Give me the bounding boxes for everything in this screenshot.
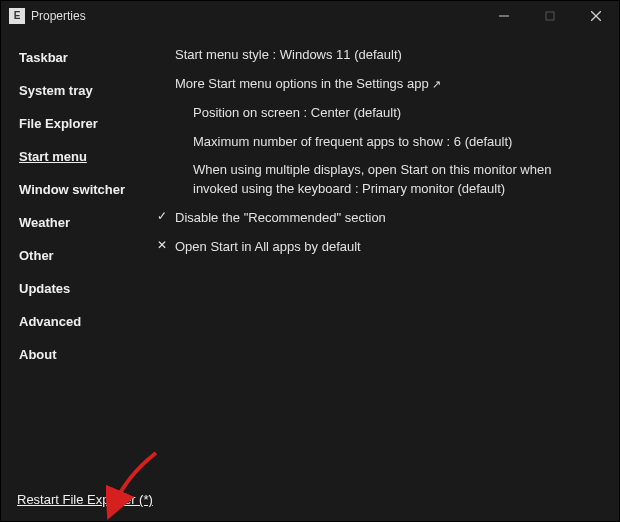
- setting-label: Maximum number of frequent apps to show …: [193, 133, 599, 152]
- setting-start-menu-style[interactable]: Start menu style : Windows 11 (default): [157, 41, 599, 70]
- window-controls: [481, 1, 619, 31]
- setting-label: Start menu style : Windows 11 (default): [175, 46, 599, 65]
- sidebar-item-advanced[interactable]: Advanced: [19, 305, 81, 338]
- svg-rect-1: [546, 12, 554, 20]
- toggle-label: Open Start in All apps by default: [175, 238, 599, 257]
- sidebar-item-file-explorer[interactable]: File Explorer: [19, 107, 98, 140]
- external-link-label: More Start menu options in the Settings …: [175, 75, 599, 94]
- setting-position-on-screen[interactable]: Position on screen : Center (default): [157, 99, 599, 128]
- app-icon: E: [9, 8, 25, 24]
- sidebar-item-taskbar[interactable]: Taskbar: [19, 41, 68, 74]
- main-panel: Start menu style : Windows 11 (default) …: [151, 31, 619, 521]
- sidebar-item-about[interactable]: About: [19, 338, 57, 371]
- link-more-start-options[interactable]: More Start menu options in the Settings …: [157, 70, 599, 99]
- sidebar-item-window-switcher[interactable]: Window switcher: [19, 173, 125, 206]
- restart-file-explorer-link[interactable]: Restart File Explorer (*): [17, 492, 153, 507]
- sidebar: Taskbar System tray File Explorer Start …: [1, 31, 151, 521]
- setting-label: When using multiple displays, open Start…: [193, 161, 599, 199]
- cross-icon: ✕: [157, 238, 175, 252]
- titlebar: E Properties: [1, 1, 619, 31]
- check-icon: ✓: [157, 209, 175, 223]
- close-button[interactable]: [573, 1, 619, 31]
- minimize-button[interactable]: [481, 1, 527, 31]
- sidebar-item-other[interactable]: Other: [19, 239, 54, 272]
- sidebar-item-weather[interactable]: Weather: [19, 206, 70, 239]
- toggle-disable-recommended[interactable]: ✓ Disable the "Recommended" section: [157, 204, 599, 233]
- sidebar-item-updates[interactable]: Updates: [19, 272, 70, 305]
- sub-settings: Position on screen : Center (default) Ma…: [157, 99, 599, 204]
- toggle-label: Disable the "Recommended" section: [175, 209, 599, 228]
- sidebar-item-system-tray[interactable]: System tray: [19, 74, 93, 107]
- toggle-open-all-apps[interactable]: ✕ Open Start in All apps by default: [157, 233, 599, 262]
- setting-label: Position on screen : Center (default): [193, 104, 599, 123]
- setting-max-frequent-apps[interactable]: Maximum number of frequent apps to show …: [157, 128, 599, 157]
- content-area: Taskbar System tray File Explorer Start …: [1, 31, 619, 521]
- window-title: Properties: [31, 9, 86, 23]
- sidebar-item-start-menu[interactable]: Start menu: [19, 140, 87, 173]
- setting-multi-display[interactable]: When using multiple displays, open Start…: [157, 156, 599, 204]
- maximize-button[interactable]: [527, 1, 573, 31]
